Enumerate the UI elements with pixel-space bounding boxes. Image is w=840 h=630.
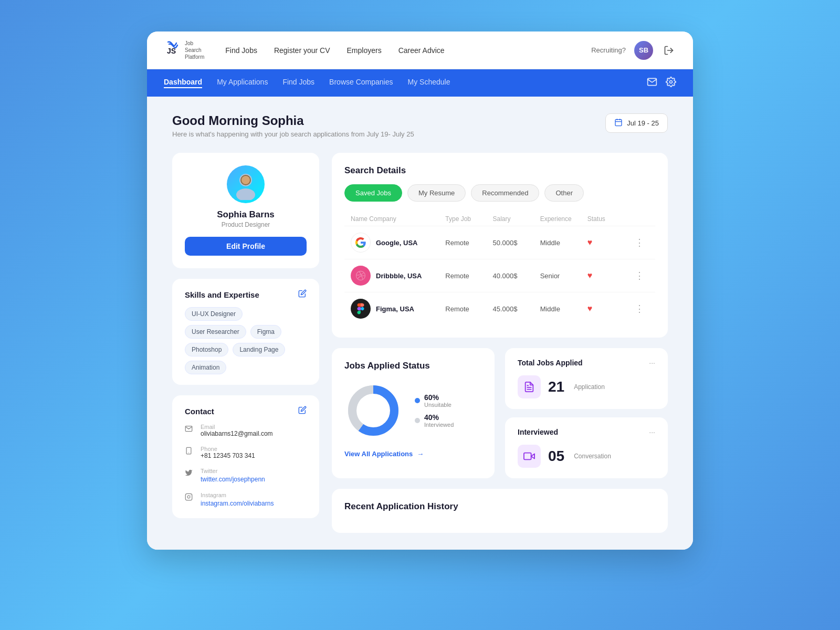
job-type: Remote (445, 272, 492, 280)
svg-text:JS: JS (167, 47, 176, 55)
nav-employers[interactable]: Employers (347, 46, 382, 55)
table-header: Name Company Type Job Salary Experience … (344, 212, 655, 226)
nav-dashboard[interactable]: Dashboard (164, 78, 202, 88)
instagram-link[interactable]: instagram.com/oliviabarns (201, 500, 274, 507)
profile-card: Sophia Barns Product Designer Edit Profi… (172, 153, 319, 268)
job-company-col: Google, USA (351, 233, 445, 253)
greeting-subtitle: Here is what's happening with your job s… (172, 130, 414, 138)
nav-find-jobs[interactable]: Find Jobs (225, 46, 257, 55)
nav-my-schedule[interactable]: My Schedule (408, 78, 450, 88)
tab-other[interactable]: Other (544, 184, 584, 202)
table-row: Dribbble, USA Remote 40.000$ Senior ♥ ⋮ (344, 259, 655, 292)
calendar-icon (614, 118, 623, 128)
total-jobs-number: 21 (548, 379, 564, 395)
total-jobs-card: Total Jobs Applied ··· (505, 348, 668, 409)
unsuitable-pct: 60% (424, 393, 452, 402)
table-row: Figma, USA Remote 45.000$ Middle ♥ ⋮ (344, 292, 655, 325)
interviewed-dot (415, 418, 420, 423)
nav-career-advice[interactable]: Career Advice (398, 46, 445, 55)
phone-details: Phone +81 12345 703 341 (201, 446, 255, 459)
interviewed-pct: 40% (424, 413, 454, 422)
mail-icon[interactable] (647, 77, 657, 90)
unsuitable-info: 60% Unsuitable (424, 393, 452, 408)
skill-tag: Photoshop (185, 343, 228, 356)
contact-header: Contact (185, 406, 307, 416)
interviewed-info: 40% Interviewed (424, 413, 454, 428)
nav-find-jobs-blue[interactable]: Find Jobs (282, 78, 314, 88)
skill-tag: UI-UX Designer (185, 307, 243, 321)
logo: JS Job Search Platform (164, 40, 204, 60)
contact-edit-icon[interactable] (298, 406, 307, 416)
email-label: Email (201, 424, 273, 430)
contact-instagram: Instagram instagram.com/oliviabarns (185, 492, 307, 508)
total-jobs-content: 21 Application (518, 375, 655, 398)
stats-column: Total Jobs Applied ··· (505, 348, 668, 478)
settings-icon[interactable] (666, 77, 676, 90)
search-details-card: Search Details Saved Jobs My Resume Reco… (332, 153, 668, 338)
edit-profile-button[interactable]: Edit Profile (185, 237, 307, 256)
job-company-col: Figma, USA (351, 299, 445, 319)
twitter-link[interactable]: twitter.com/josephpenn (201, 476, 265, 483)
interviewed-icon-box (518, 445, 541, 468)
date-badge[interactable]: Jul 19 - 25 (605, 113, 668, 133)
job-salary: 45.000$ (492, 305, 540, 313)
profile-avatar (227, 165, 265, 203)
svg-rect-13 (185, 494, 192, 500)
donut-chart (344, 382, 402, 439)
twitter-label: Twitter (201, 468, 265, 474)
content: Good Morning Sophia Here is what's happe… (147, 97, 693, 550)
total-jobs-header: Total Jobs Applied ··· (518, 359, 655, 367)
svg-point-8 (236, 188, 255, 200)
user-avatar[interactable]: SB (634, 41, 653, 60)
skills-card: Skills and Expertise UI-UX Designer User… (172, 279, 319, 385)
skills-title: Skills and Expertise (185, 290, 259, 299)
favorite-icon[interactable]: ♥ (587, 271, 635, 280)
job-experience: Senior (540, 272, 587, 280)
skills-edit-icon[interactable] (298, 289, 307, 300)
tab-my-resume[interactable]: My Resume (407, 184, 466, 202)
svg-point-10 (242, 176, 250, 184)
interviewed-header: Interviewed ··· (518, 428, 655, 436)
total-jobs-more-icon[interactable]: ··· (649, 359, 655, 367)
view-all-applications-btn[interactable]: View All Applications → (344, 450, 482, 458)
col-company: Name Company (351, 215, 445, 223)
skills-header: Skills and Expertise (185, 289, 307, 300)
more-options-icon[interactable]: ⋮ (635, 237, 649, 248)
logout-icon[interactable] (662, 43, 676, 58)
favorite-icon[interactable]: ♥ (587, 238, 635, 247)
interviewed-content: 05 Conversation (518, 445, 655, 468)
left-panel: Sophia Barns Product Designer Edit Profi… (172, 153, 319, 533)
instagram-details: Instagram instagram.com/oliviabarns (201, 492, 274, 508)
contact-email: Email oliviabarns12@gmail.com (185, 424, 307, 437)
date-range-text: Jul 19 - 25 (627, 119, 659, 127)
favorite-icon[interactable]: ♥ (587, 304, 635, 313)
contact-twitter: Twitter twitter.com/josephpenn (185, 468, 307, 484)
job-salary: 40.000$ (492, 272, 540, 280)
phone-label: Phone (201, 446, 255, 452)
right-panel: Search Details Saved Jobs My Resume Reco… (332, 153, 668, 533)
more-options-icon[interactable]: ⋮ (635, 270, 649, 281)
email-details: Email oliviabarns12@gmail.com (201, 424, 273, 437)
nav-register-cv[interactable]: Register your CV (274, 46, 330, 55)
skill-tags: UI-UX Designer User Researcher Figma Pho… (185, 307, 307, 374)
job-company-col: Dribbble, USA (351, 266, 445, 286)
donut-legend: 60% Unsuitable 40% Interviewed (415, 393, 454, 428)
instagram-label: Instagram (201, 492, 274, 498)
main-container: JS Job Search Platform Find Jobs Registe… (147, 32, 693, 550)
recent-title: Recent Application History (344, 501, 655, 512)
more-options-icon[interactable]: ⋮ (635, 303, 649, 314)
greeting-title: Good Morning Sophia (172, 113, 414, 128)
tab-saved-jobs[interactable]: Saved Jobs (344, 184, 402, 202)
twitter-details: Twitter twitter.com/josephpenn (201, 468, 265, 484)
table-row: Google, USA Remote 50.000$ Middle ♥ ⋮ (344, 226, 655, 259)
nav-my-applications[interactable]: My Applications (217, 78, 268, 88)
twitter-icon (185, 469, 194, 478)
view-apps-label: View All Applications (344, 450, 413, 458)
nav-browse-companies[interactable]: Browse Companies (329, 78, 393, 88)
donut-container: 60% Unsuitable 40% Interviewed (344, 382, 482, 439)
phone-icon (185, 447, 194, 456)
tab-recommended[interactable]: Recommended (471, 184, 539, 202)
interviewed-more-icon[interactable]: ··· (649, 428, 655, 436)
legend-interviewed: 40% Interviewed (415, 413, 454, 428)
legend-unsuitable: 60% Unsuitable (415, 393, 454, 408)
